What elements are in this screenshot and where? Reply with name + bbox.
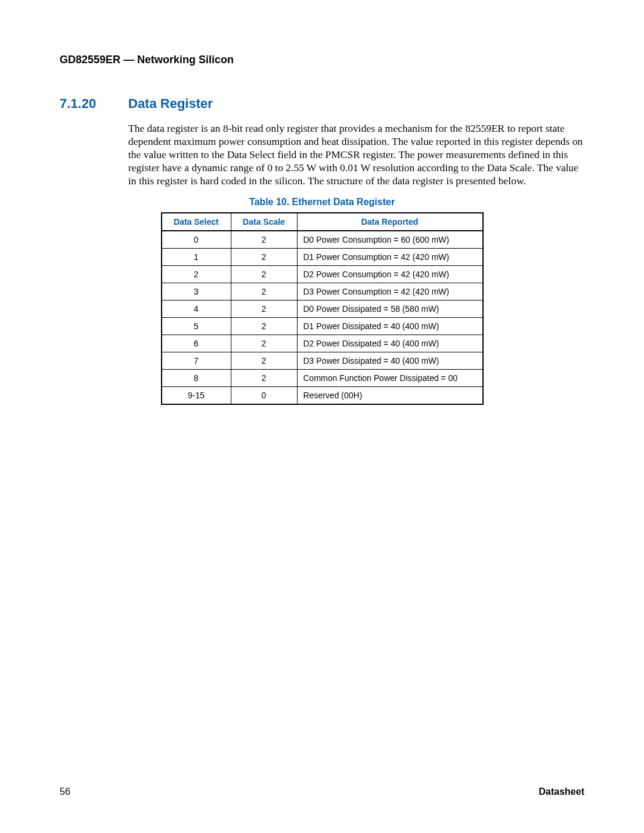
page-number: 56	[60, 786, 70, 797]
cell-select: 6	[162, 335, 231, 352]
cell-scale: 2	[231, 283, 297, 301]
cell-scale: 0	[231, 387, 297, 405]
section-paragraph: The data register is an 8-bit read only …	[128, 122, 584, 187]
ethernet-data-register-table: Data Select Data Scale Data Reported 0 2…	[161, 212, 484, 405]
table-row: 7 2 D3 Power Dissipated = 40 (400 mW)	[162, 352, 483, 370]
table-header-row: Data Select Data Scale Data Reported	[162, 213, 483, 231]
running-head: GD82559ER — Networking Silicon	[60, 54, 584, 66]
table-row: 6 2 D2 Power Dissipated = 40 (400 mW)	[162, 335, 483, 352]
cell-reported: Common Function Power Dissipated = 00	[297, 370, 483, 387]
cell-select: 2	[162, 266, 231, 283]
cell-scale: 2	[231, 352, 297, 370]
cell-reported: Reserved (00H)	[297, 387, 483, 405]
cell-select: 8	[162, 370, 231, 387]
page: GD82559ER — Networking Silicon 7.1.20 Da…	[0, 0, 644, 833]
th-data-select: Data Select	[162, 213, 231, 231]
table-caption: Table 10. Ethernet Data Register	[60, 197, 584, 208]
cell-reported: D0 Power Dissipated = 58 (580 mW)	[297, 301, 483, 318]
page-footer: 56 Datasheet	[60, 786, 584, 797]
cell-select: 9-15	[162, 387, 231, 405]
th-data-scale: Data Scale	[231, 213, 297, 231]
cell-select: 7	[162, 352, 231, 370]
th-data-reported: Data Reported	[297, 213, 483, 231]
table-row: 1 2 D1 Power Consumption = 42 (420 mW)	[162, 249, 483, 266]
cell-scale: 2	[231, 249, 297, 266]
cell-reported: D3 Power Dissipated = 40 (400 mW)	[297, 352, 483, 370]
cell-select: 4	[162, 301, 231, 318]
cell-reported: D2 Power Dissipated = 40 (400 mW)	[297, 335, 483, 352]
cell-scale: 2	[231, 335, 297, 352]
table-row: 4 2 D0 Power Dissipated = 58 (580 mW)	[162, 301, 483, 318]
table-row: 5 2 D1 Power Dissipated = 40 (400 mW)	[162, 318, 483, 335]
section-heading: 7.1.20 Data Register	[60, 96, 584, 112]
cell-reported: D3 Power Consumption = 42 (420 mW)	[297, 283, 483, 301]
table-row: 9-15 0 Reserved (00H)	[162, 387, 483, 405]
table-row: 2 2 D2 Power Consumption = 42 (420 mW)	[162, 266, 483, 283]
cell-select: 3	[162, 283, 231, 301]
table-row: 3 2 D3 Power Consumption = 42 (420 mW)	[162, 283, 483, 301]
cell-select: 5	[162, 318, 231, 335]
table-row: 0 2 D0 Power Consumption = 60 (600 mW)	[162, 231, 483, 249]
cell-scale: 2	[231, 231, 297, 249]
cell-scale: 2	[231, 370, 297, 387]
table-row: 8 2 Common Function Power Dissipated = 0…	[162, 370, 483, 387]
cell-reported: D0 Power Consumption = 60 (600 mW)	[297, 231, 483, 249]
cell-scale: 2	[231, 266, 297, 283]
section-title: Data Register	[128, 96, 213, 112]
section-number: 7.1.20	[60, 96, 128, 112]
cell-reported: D1 Power Dissipated = 40 (400 mW)	[297, 318, 483, 335]
cell-reported: D2 Power Consumption = 42 (420 mW)	[297, 266, 483, 283]
cell-select: 1	[162, 249, 231, 266]
cell-select: 0	[162, 231, 231, 249]
doc-type-label: Datasheet	[539, 786, 584, 797]
cell-scale: 2	[231, 318, 297, 335]
cell-scale: 2	[231, 301, 297, 318]
cell-reported: D1 Power Consumption = 42 (420 mW)	[297, 249, 483, 266]
